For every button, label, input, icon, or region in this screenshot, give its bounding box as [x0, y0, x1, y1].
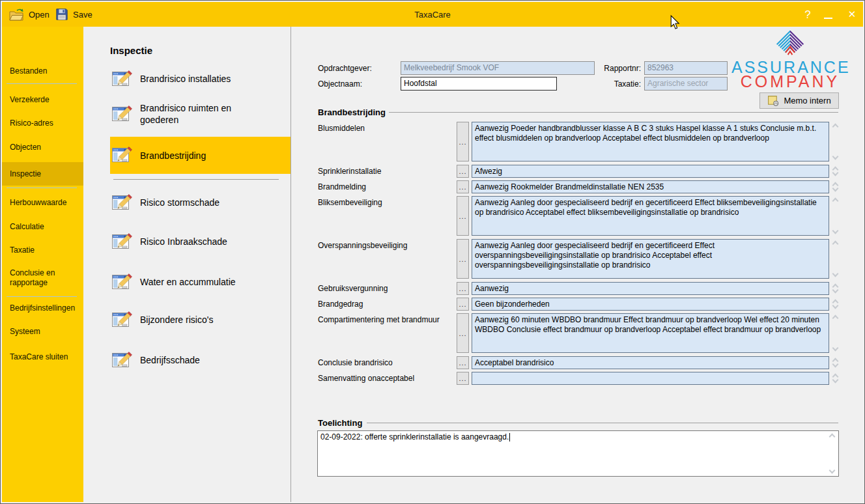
picker-ellipsis-button[interactable]: ...: [457, 313, 469, 353]
field-label: Brandgedrag: [318, 300, 456, 309]
scroll-down-icon[interactable]: [832, 170, 839, 176]
field-value[interactable]: Geen bijzonderheden: [472, 298, 829, 311]
picker-ellipsis-button[interactable]: ...: [457, 298, 469, 311]
minimize-button[interactable]: [824, 18, 832, 19]
window-title: TaxaCare: [2, 10, 863, 20]
field-value[interactable]: Aanwezig Aanleg door gespecialiseerd bed…: [472, 239, 829, 279]
taxatie-field: Agrarische sector: [644, 77, 728, 91]
memo-intern-button[interactable]: Memo intern: [759, 92, 839, 109]
scroll-down-icon[interactable]: [832, 154, 839, 160]
toelichting-text: 02-09-2022: offerte sprinklerinstallatie…: [320, 432, 509, 441]
field-row-conclusie-brandrisico: Conclusie brandrisico ... Acceptabel bra…: [1, 356, 865, 369]
scroll-down-icon[interactable]: [832, 377, 839, 384]
taxatie-label: Taxatie:: [574, 79, 641, 89]
scroll-down-icon[interactable]: [832, 186, 839, 192]
field-label: Blusmiddelen: [318, 124, 456, 133]
field-label: Samenvatting onacceptabel: [318, 374, 456, 383]
objectnaam-label: Objectnaam:: [318, 79, 362, 89]
picker-ellipsis-button[interactable]: ...: [457, 372, 469, 385]
scroll-down-icon[interactable]: [829, 468, 836, 474]
field-value[interactable]: Aanwezig: [472, 282, 829, 295]
field-row-brandmelding: Brandmelding ... Aanwezig Rookmelder Bra…: [1, 180, 865, 193]
scroll-down-icon[interactable]: [832, 303, 839, 309]
field-label: Gebruiksvergunning: [318, 284, 456, 293]
section-rule: [367, 423, 838, 423]
rapportnr-field: 852963: [644, 61, 728, 75]
sidebar-item-bestanden[interactable]: Bestanden: [2, 66, 83, 76]
logo-line2: COMPANY: [731, 74, 849, 89]
form-edit-icon: [112, 105, 133, 123]
taxacare-window: Open Save TaxaCare ? ✕ Bestanden Verzeke…: [0, 0, 865, 504]
field-row-overspanningsbeveiliging: Overspanningsbeveiliging ... Aanwezig Aa…: [1, 239, 865, 279]
objectnaam-field[interactable]: Hoofdstal: [401, 77, 557, 91]
picker-ellipsis-button[interactable]: ...: [457, 282, 469, 295]
field-row-compartimentering: Compartimentering met brandmuur ... Aanw…: [1, 313, 865, 353]
text-caret: [509, 433, 510, 441]
picker-ellipsis-button[interactable]: ...: [457, 356, 469, 369]
picker-ellipsis-button[interactable]: ...: [457, 239, 469, 279]
titlebar: Open Save TaxaCare ? ✕: [2, 2, 863, 27]
rapportnr-label: Rapportnr:: [574, 64, 641, 73]
menu-divider: [113, 179, 279, 180]
picker-ellipsis-button[interactable]: ...: [457, 180, 469, 193]
scroll-down-icon[interactable]: [832, 345, 839, 352]
field-label: Overspanningsbeveiliging: [318, 241, 456, 250]
scroll-down-icon[interactable]: [832, 287, 839, 294]
field-value[interactable]: Aanwezig 60 minuten WBDBO brandmuur Effe…: [472, 313, 829, 353]
picker-ellipsis-button[interactable]: ...: [457, 196, 469, 236]
field-value[interactable]: Aanwezig Rookmelder Brandmeldinstallatie…: [472, 180, 829, 193]
scroll-down-icon[interactable]: [832, 228, 839, 234]
logo-diamond-icon: [774, 28, 806, 57]
close-button[interactable]: ✕: [844, 8, 860, 20]
section-rule: [389, 112, 838, 113]
inspection-menu-title: Inspectie: [110, 45, 152, 56]
scroll-down-icon[interactable]: [832, 271, 839, 277]
scroll-up-icon[interactable]: [832, 315, 839, 322]
memo-intern-label: Memo intern: [784, 96, 830, 105]
toelichting-textarea[interactable]: 02-09-2022: offerte sprinklerinstallatie…: [317, 430, 839, 477]
field-row-samenvatting-onacceptabel: Samenvatting onacceptabel ...: [1, 372, 865, 385]
field-row-gebruiksvergunning: Gebruiksvergunning ... Aanwezig: [1, 282, 865, 295]
field-label: Sprinklerinstallatie: [318, 167, 456, 176]
opdrachtgever-label: Opdrachtgever:: [318, 64, 372, 73]
opdrachtgever-field: Melkveebedrijf Smook VOF: [401, 61, 595, 75]
section-title-brandbestrijding: Brandbestrijding: [318, 107, 386, 117]
section-title-toelichting: Toelichting: [318, 418, 362, 428]
mouse-cursor-icon: [670, 15, 680, 30]
menu-item-label: Brandrisico installaties: [140, 73, 280, 85]
field-row-sprinklerinstallatie: Sprinklerinstallatie ... Afwezig: [1, 165, 865, 178]
assurance-company-logo: ASSURANCE COMPANY: [731, 28, 849, 89]
picker-ellipsis-button[interactable]: ...: [457, 122, 469, 161]
scroll-up-icon[interactable]: [829, 434, 836, 440]
menu-item-brandrisico-installaties[interactable]: Brandrisico installaties: [110, 67, 291, 91]
field-value[interactable]: Afwezig: [472, 165, 829, 178]
field-label: Conclusie brandrisico: [318, 358, 456, 367]
scroll-up-icon[interactable]: [832, 241, 839, 247]
memo-note-icon: [767, 95, 780, 106]
field-row-brandgedrag: Brandgedrag ... Geen bijzonderheden: [1, 298, 865, 311]
field-value[interactable]: Aanwezig Poeder handbrandblusser klasse …: [472, 122, 829, 161]
field-row-blusmiddelen: Blusmiddelen ... Aanwezig Poeder handbra…: [1, 122, 865, 161]
field-value[interactable]: Aanwezig Aanleg door gespecialiseerd bed…: [472, 196, 829, 236]
field-label: Compartimentering met brandmuur: [318, 315, 456, 324]
sidebar-item-verzekerde[interactable]: Verzekerde: [2, 95, 83, 105]
scroll-down-icon[interactable]: [832, 361, 839, 368]
field-row-bliksembeveiliging: Bliksembeveiliging ... Aanwezig Aanleg d…: [1, 196, 865, 236]
field-value[interactable]: [472, 372, 829, 385]
field-label: Bliksembeveiliging: [318, 198, 456, 207]
sidebar-divider: [7, 296, 77, 297]
form-edit-icon: [112, 70, 133, 88]
picker-ellipsis-button[interactable]: ...: [457, 165, 469, 178]
scroll-up-icon[interactable]: [832, 198, 839, 204]
field-label: Brandmelding: [318, 182, 456, 191]
help-button[interactable]: ?: [799, 8, 816, 21]
sidebar-divider: [7, 83, 77, 84]
field-value[interactable]: Acceptabel brandrisico: [472, 356, 829, 369]
scroll-up-icon[interactable]: [832, 124, 839, 130]
